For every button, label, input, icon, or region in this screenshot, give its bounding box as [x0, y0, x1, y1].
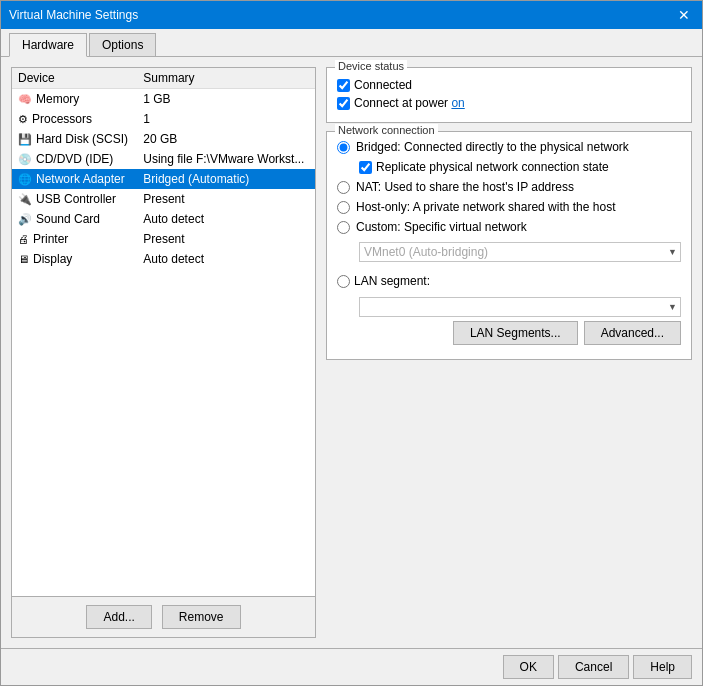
hostonly-radio-row: Host-only: A private network shared with…: [337, 200, 681, 214]
replicate-row: Replicate physical network connection st…: [359, 160, 681, 174]
table-row[interactable]: 🖨Printer Present: [12, 229, 315, 249]
custom-label: Custom: Specific virtual network: [356, 220, 527, 234]
virtual-machine-settings-window: Virtual Machine Settings ✕ Hardware Opti…: [0, 0, 703, 686]
bridged-radio[interactable]: [337, 141, 350, 154]
advanced-button[interactable]: Advanced...: [584, 321, 681, 345]
table-row[interactable]: 💾Hard Disk (SCSI) 20 GB: [12, 129, 315, 149]
device-icon: 🌐: [18, 173, 32, 185]
custom-radio-row: Custom: Specific virtual network: [337, 220, 681, 234]
table-row[interactable]: 🔌USB Controller Present: [12, 189, 315, 209]
connect-power-label: Connect at power on: [354, 96, 465, 110]
tab-options[interactable]: Options: [89, 33, 156, 56]
cancel-button[interactable]: Cancel: [558, 655, 629, 679]
device-action-buttons: Add... Remove: [12, 596, 315, 637]
device-icon: 💾: [18, 133, 32, 145]
table-row[interactable]: 🔊Sound Card Auto detect: [12, 209, 315, 229]
summary-column-header: Summary: [137, 68, 315, 89]
lan-dropdown-wrapper: [359, 297, 681, 317]
nat-radio[interactable]: [337, 181, 350, 194]
on-link[interactable]: on: [451, 96, 464, 110]
custom-dropdown[interactable]: VMnet0 (Auto-bridging): [359, 242, 681, 262]
device-icon: 🔊: [18, 213, 32, 225]
add-button[interactable]: Add...: [86, 605, 151, 629]
table-row[interactable]: 🧠Memory 1 GB: [12, 89, 315, 110]
lan-dropdown-row: [359, 297, 681, 317]
table-row[interactable]: 🖥Display Auto detect: [12, 249, 315, 269]
device-list-panel: Device Summary 🧠Memory 1 GB ⚙Processors …: [11, 67, 316, 638]
device-status-label: Device status: [335, 60, 407, 72]
device-icon: 🧠: [18, 93, 32, 105]
table-row[interactable]: ⚙Processors 1: [12, 109, 315, 129]
network-radio-group: Bridged: Connected directly to the physi…: [337, 140, 681, 317]
lan-label: LAN segment:: [354, 274, 430, 288]
connected-checkbox[interactable]: [337, 79, 350, 92]
close-button[interactable]: ✕: [674, 7, 694, 23]
nat-radio-row: NAT: Used to share the host's IP address: [337, 180, 681, 194]
ok-button[interactable]: OK: [503, 655, 554, 679]
replicate-label: Replicate physical network connection st…: [376, 160, 609, 174]
bottom-bar: OK Cancel Help: [1, 648, 702, 685]
nat-label: NAT: Used to share the host's IP address: [356, 180, 574, 194]
window-title: Virtual Machine Settings: [9, 8, 138, 22]
help-button[interactable]: Help: [633, 655, 692, 679]
lan-segment-row: LAN segment:: [337, 274, 681, 288]
table-row[interactable]: 💿CD/DVD (IDE) Using file F:\VMware Works…: [12, 149, 315, 169]
custom-radio[interactable]: [337, 221, 350, 234]
tab-bar: Hardware Options: [1, 29, 702, 57]
network-connection-label: Network connection: [335, 124, 438, 136]
bridged-radio-row: Bridged: Connected directly to the physi…: [337, 140, 681, 154]
remove-button[interactable]: Remove: [162, 605, 241, 629]
table-row[interactable]: 🌐Network Adapter Bridged (Automatic): [12, 169, 315, 189]
network-action-buttons: LAN Segments... Advanced...: [337, 317, 681, 349]
bridged-label: Bridged: Connected directly to the physi…: [356, 140, 629, 154]
device-icon: 🔌: [18, 193, 32, 205]
network-connection-group: Network connection Bridged: Connected di…: [326, 131, 692, 360]
device-icon: 💿: [18, 153, 32, 165]
lan-segments-button[interactable]: LAN Segments...: [453, 321, 578, 345]
hostonly-radio[interactable]: [337, 201, 350, 214]
device-icon: 🖥: [18, 253, 29, 265]
tab-hardware[interactable]: Hardware: [9, 33, 87, 57]
device-status-group: Device status Connected Connect at power…: [326, 67, 692, 123]
title-bar: Virtual Machine Settings ✕: [1, 1, 702, 29]
device-icon: 🖨: [18, 233, 29, 245]
device-icon: ⚙: [18, 113, 28, 125]
custom-dropdown-wrapper: VMnet0 (Auto-bridging): [359, 242, 681, 262]
settings-panel: Device status Connected Connect at power…: [326, 67, 692, 638]
connected-row: Connected: [337, 76, 681, 94]
main-content: Device Summary 🧠Memory 1 GB ⚙Processors …: [1, 57, 702, 648]
custom-dropdown-row: VMnet0 (Auto-bridging): [359, 242, 681, 262]
device-column-header: Device: [12, 68, 137, 89]
connect-power-checkbox[interactable]: [337, 97, 350, 110]
lan-radio[interactable]: [337, 275, 350, 288]
lan-dropdown[interactable]: [359, 297, 681, 317]
hostonly-label: Host-only: A private network shared with…: [356, 200, 615, 214]
connect-power-row: Connect at power on: [337, 94, 681, 112]
replicate-checkbox[interactable]: [359, 161, 372, 174]
connected-label: Connected: [354, 78, 412, 92]
device-table: Device Summary 🧠Memory 1 GB ⚙Processors …: [12, 68, 315, 596]
